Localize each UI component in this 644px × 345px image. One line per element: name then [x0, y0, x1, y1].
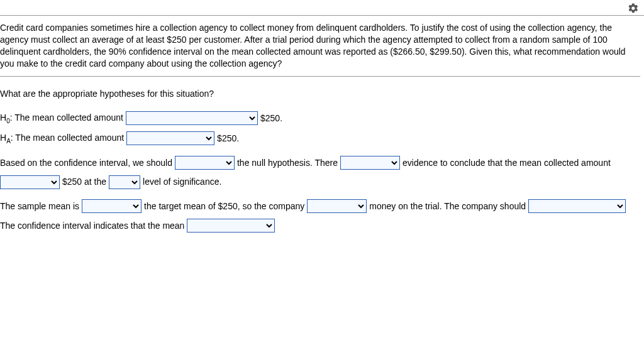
- ha-tail: $250.: [217, 130, 239, 147]
- h0-tail: $250.: [260, 110, 282, 127]
- h0-comparison-select[interactable]: [126, 111, 258, 125]
- sample-mean-mid: the target mean of $250, so the company: [144, 198, 304, 215]
- sample-mean-prefix: The sample mean is: [0, 198, 79, 215]
- ha-comparison-select[interactable]: [126, 131, 214, 145]
- compare-250-select[interactable]: [0, 175, 60, 189]
- above-below-select[interactable]: [82, 199, 142, 213]
- sample-mean-tail: money on the trial. The company should: [369, 198, 526, 215]
- ci-decision-mid: the null hypothesis. There: [237, 155, 338, 172]
- evidence-select[interactable]: [340, 156, 400, 170]
- top-toolbar: [0, 0, 644, 16]
- alpha-select[interactable]: [109, 175, 140, 189]
- recommendation-select[interactable]: [528, 199, 626, 213]
- question-content: Credit card companies sometimes hire a c…: [0, 16, 644, 234]
- ci-decision-prefix: Based on the confidence interval, we sho…: [0, 155, 172, 172]
- reject-select[interactable]: [175, 156, 235, 170]
- h0-label: H0: The mean collected amount: [0, 109, 123, 127]
- sig-tail: level of significance.: [143, 173, 221, 190]
- gear-icon[interactable]: [628, 3, 639, 14]
- hypothesis-question: What are the appropriate hypotheses for …: [0, 85, 214, 102]
- ci-decision-tail: evidence to conclude that the mean colle…: [402, 155, 611, 172]
- ha-label: HA: The mean collected amount: [0, 129, 124, 147]
- ci-indicates-select[interactable]: [187, 219, 275, 233]
- sig-mid: $250 at the: [62, 173, 106, 190]
- problem-statement: Credit card companies sometimes hire a c…: [0, 19, 640, 77]
- made-lost-select[interactable]: [307, 199, 367, 213]
- ci-indicates-prefix: The confidence interval indicates that t…: [0, 217, 184, 234]
